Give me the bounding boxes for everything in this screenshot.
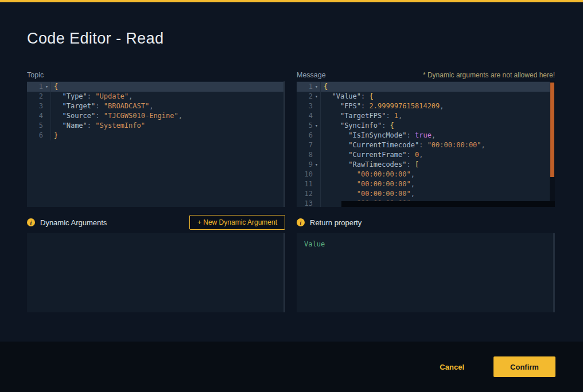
code-line[interactable]: 3 "FPS": 2.999997615814209, [297, 101, 555, 111]
footer-bar: Cancel Confirm [0, 342, 583, 392]
code-text: } [50, 131, 58, 140]
line-number-gutter[interactable]: 5▾ [297, 121, 320, 131]
fold-spacer [43, 101, 50, 111]
topic-column: Topic 1▾{2 "Type": "Update",3 "Target": … [27, 69, 285, 312]
code-text: "00:00:00:00", [320, 170, 415, 179]
topic-editor-lines: 1▾{2 "Type": "Update",3 "Target": "BROAD… [27, 81, 285, 207]
page-title: Code Editor - Read [27, 30, 164, 48]
dynamic-arguments-panel [27, 233, 285, 312]
line-number-gutter[interactable]: 4 [297, 111, 320, 121]
fold-arrow-icon[interactable]: ▾ [313, 121, 320, 131]
fold-spacer [313, 111, 320, 121]
code-line[interactable]: 5▾ "SyncInfo": { [297, 121, 555, 131]
topic-label-row: Topic [27, 69, 285, 81]
line-number-gutter[interactable]: 10 [297, 170, 320, 179]
new-dynamic-argument-button[interactable]: + New Dynamic Argument [189, 215, 285, 230]
code-line[interactable]: 1▾{ [27, 82, 285, 92]
return-property-header: i Return property [297, 215, 555, 230]
line-number-gutter[interactable]: 9▾ [297, 160, 320, 170]
line-number-gutter[interactable]: 11 [297, 179, 320, 189]
message-label-row: Message * Dynamic arguments are not allo… [297, 69, 555, 81]
fold-spacer [43, 92, 50, 101]
line-number-gutter[interactable]: 13 [297, 199, 320, 207]
message-editor-lines: 1▾{2▾ "Value": {3 "FPS": 2.9999976158142… [297, 81, 555, 207]
dynamic-arguments-warning: * Dynamic arguments are not allowed here… [423, 71, 555, 79]
line-number-gutter[interactable]: 1▾ [27, 82, 50, 92]
code-line[interactable]: 7 "CurrentTimecode": "00:00:00:00", [297, 140, 555, 150]
fold-spacer [43, 111, 50, 121]
message-label: Message [297, 71, 326, 79]
line-number-gutter[interactable]: 4 [27, 111, 50, 121]
fold-arrow-icon[interactable]: ▾ [313, 82, 320, 92]
code-line[interactable]: 12 "00:00:00:00", [297, 189, 555, 199]
fold-spacer [313, 150, 320, 160]
topic-label: Topic [27, 71, 44, 79]
code-line[interactable]: 3 "Target": "BROADCAST", [27, 101, 285, 111]
code-line[interactable]: 4 "TargetFPS": 1, [297, 111, 555, 121]
line-number-gutter[interactable]: 1▾ [297, 82, 320, 92]
code-text: "FPS": 2.999997615814209, [320, 101, 444, 111]
line-number-gutter[interactable]: 6 [297, 131, 320, 140]
code-line[interactable]: 2▾ "Value": { [297, 92, 555, 101]
code-text: { [50, 82, 58, 92]
fold-arrow-icon[interactable]: ▾ [313, 160, 320, 170]
fold-spacer [313, 101, 320, 111]
code-text: "00:00:00:00", [320, 189, 415, 199]
return-property-editor[interactable]: Value [297, 233, 555, 312]
fold-spacer [43, 121, 50, 131]
code-line[interactable]: 6} [27, 131, 285, 140]
code-line[interactable]: 4 "Source": "TJCGWS010-Engine", [27, 111, 285, 121]
cancel-button[interactable]: Cancel [436, 362, 468, 372]
fold-spacer [313, 170, 320, 179]
code-text: { [320, 82, 328, 92]
dynamic-arguments-header: i Dynamic Arguments + New Dynamic Argume… [27, 215, 285, 230]
fold-spacer [313, 140, 320, 150]
code-line[interactable]: 9▾ "RawTimecodes": [ [297, 160, 555, 170]
message-code-editor[interactable]: 1▾{2▾ "Value": {3 "FPS": 2.9999976158142… [297, 81, 555, 207]
fold-spacer [313, 199, 320, 207]
fold-arrow-icon[interactable]: ▾ [313, 92, 320, 101]
confirm-button[interactable]: Confirm [493, 356, 555, 377]
message-column: Message * Dynamic arguments are not allo… [297, 69, 555, 312]
code-text: "CurrentFrame": 0, [320, 150, 423, 160]
line-number-gutter[interactable]: 8 [297, 150, 320, 160]
code-text: "00:00:00:00", [320, 179, 415, 189]
editor-grid: Topic 1▾{2 "Type": "Update",3 "Target": … [27, 69, 555, 312]
line-number-gutter[interactable]: 3 [27, 101, 50, 111]
code-text: "Type": "Update", [50, 92, 133, 101]
dynamic-arguments-label: Dynamic Arguments [40, 218, 107, 227]
line-number-gutter[interactable]: 6 [27, 131, 50, 140]
code-line[interactable]: 8 "CurrentFrame": 0, [297, 150, 555, 160]
code-text: "IsInSyncMode": true, [320, 131, 436, 140]
info-icon: i [297, 218, 305, 226]
top-accent-bar [0, 0, 583, 2]
fold-spacer [43, 131, 50, 140]
info-icon: i [27, 218, 35, 226]
code-text: "Name": "SystemInfo" [50, 121, 145, 131]
line-number-gutter[interactable]: 2 [27, 92, 50, 101]
line-number-gutter[interactable]: 2▾ [297, 92, 320, 101]
code-line[interactable]: 2 "Type": "Update", [27, 92, 285, 101]
fold-spacer [313, 189, 320, 199]
fold-arrow-icon[interactable]: ▾ [43, 82, 50, 92]
vertical-scrollbar-thumb[interactable] [550, 83, 554, 177]
topic-code-editor[interactable]: 1▾{2 "Type": "Update",3 "Target": "BROAD… [27, 81, 285, 207]
code-line[interactable]: 11 "00:00:00:00", [297, 179, 555, 189]
horizontal-scrollbar[interactable] [341, 201, 555, 207]
code-line[interactable]: 5 "Name": "SystemInfo" [27, 121, 285, 131]
line-number-gutter[interactable]: 3 [297, 101, 320, 111]
return-property-value: Value [304, 240, 325, 248]
line-number-gutter[interactable]: 5 [27, 121, 50, 131]
fold-spacer [313, 179, 320, 189]
return-property-label: Return property [310, 218, 362, 227]
code-line[interactable]: 6 "IsInSyncMode": true, [297, 131, 555, 140]
line-number-gutter[interactable]: 7 [297, 140, 320, 150]
code-line[interactable]: 10 "00:00:00:00", [297, 170, 555, 179]
code-line[interactable]: 1▾{ [297, 82, 555, 92]
code-text: "Target": "BROADCAST", [50, 101, 153, 111]
code-text: "Source": "TJCGWS010-Engine", [50, 111, 182, 121]
code-text: "TargetFPS": 1, [320, 111, 402, 121]
code-text: "SyncInfo": { [320, 121, 394, 131]
line-number-gutter[interactable]: 12 [297, 189, 320, 199]
code-text: "CurrentTimecode": "00:00:00:00", [320, 140, 485, 150]
